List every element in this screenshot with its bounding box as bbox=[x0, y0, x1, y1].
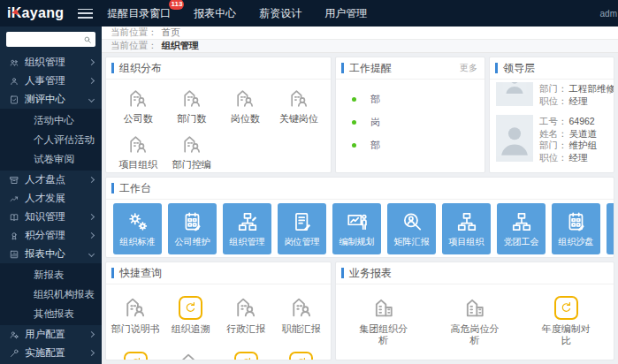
section-accent-bar bbox=[111, 63, 114, 73]
quick-position-development[interactable]: 岗位发展通道 bbox=[218, 349, 274, 360]
chevron-right-icon bbox=[88, 59, 95, 65]
search-icon[interactable] bbox=[83, 35, 92, 44]
sidebar-item-evaluation-center[interactable]: 测评中心 bbox=[0, 90, 102, 109]
tile-clipped[interactable] bbox=[607, 203, 614, 254]
org-stat-project-org[interactable]: 项目组织 bbox=[111, 133, 165, 171]
bullet-dot-icon bbox=[352, 143, 356, 148]
card-leadership: 领导层 部门：工程部维修 职位：经理 工号：64962 bbox=[489, 57, 614, 173]
refresh-icon bbox=[124, 352, 148, 360]
org-stat-key-positions[interactable]: 关键岗位 bbox=[272, 87, 326, 125]
reminder-item[interactable]: 部 bbox=[345, 133, 476, 156]
breadcrumb-value[interactable]: 首页 bbox=[162, 27, 180, 39]
leader-entry[interactable]: 工号：64962 姓名：吴道道 部门：维护组 职位：经理 bbox=[496, 115, 607, 163]
sidebar-subitem-paper-review[interactable]: 试卷审阅 bbox=[0, 149, 102, 169]
chevron-down-icon bbox=[88, 96, 95, 102]
reminder-item[interactable]: 岗 bbox=[345, 110, 476, 133]
quick-position-map[interactable]: 岗位图谱 bbox=[164, 349, 219, 360]
tile-project-org[interactable]: 项目组织 bbox=[442, 203, 491, 254]
quick-admin-report[interactable]: 行政汇报 bbox=[218, 293, 274, 335]
building-icon bbox=[462, 295, 488, 320]
tile-company-maintenance[interactable]: 公司维护 bbox=[168, 203, 217, 254]
tile-matrix-reporting[interactable]: 矩阵汇报 bbox=[387, 203, 436, 254]
field-label: 姓名： bbox=[539, 128, 568, 140]
quick-position-manual[interactable]: 岗位说明书 bbox=[108, 349, 164, 360]
breadcrumb-value[interactable]: 组织管理 bbox=[162, 40, 199, 52]
org-stat-dept-staffing[interactable]: 部门控编 bbox=[165, 133, 219, 171]
orgchart-pencil-icon bbox=[236, 210, 259, 233]
app-logo[interactable]: iKayang bbox=[0, 5, 69, 21]
sidebar-item-report-center[interactable]: 报表中心 bbox=[0, 245, 102, 263]
tile-position-management[interactable]: 岗位管理 bbox=[278, 203, 326, 254]
sidebar-item-knowledge-management[interactable]: 知识管理 bbox=[0, 208, 102, 226]
nav-label: 提醒目录窗口 bbox=[107, 7, 171, 19]
nav-item-user-management[interactable]: 用户管理 bbox=[324, 6, 367, 21]
sidebar-item-talent-inventory[interactable]: 人才盘点 bbox=[0, 171, 102, 189]
topbar: iKayang 提醒目录窗口 113 报表中心 薪资设计 用户管理 adm bbox=[0, 0, 618, 27]
tile-label: 编制规划 bbox=[340, 236, 375, 248]
nav-item-reminder-directory[interactable]: 提醒目录窗口 113 bbox=[107, 6, 171, 21]
quick-position-competency[interactable]: 岗位能力模型 bbox=[274, 349, 330, 360]
sidebar-item-label: 人事管理 bbox=[25, 74, 65, 87]
reminder-text: 岗 bbox=[370, 116, 380, 129]
sidebar-subitem-other-report[interactable]: 其他报表 bbox=[0, 304, 102, 323]
clipboard-pencil-icon bbox=[181, 210, 204, 233]
nav-item-salary-design[interactable]: 薪资设计 bbox=[259, 6, 301, 21]
sidebar-subitem-activity-center[interactable]: 活动中心 bbox=[0, 110, 102, 130]
building-person-icon bbox=[233, 295, 259, 320]
org-stat-department-count[interactable]: 部门数 bbox=[165, 87, 219, 125]
tile-org-standard[interactable]: 组织标准 bbox=[113, 203, 162, 254]
section-accent-bar bbox=[341, 268, 344, 278]
tile-label: 组织沙盘 bbox=[559, 236, 594, 248]
sidebar-search[interactable] bbox=[6, 32, 95, 47]
reminder-item[interactable]: 部 bbox=[345, 87, 476, 110]
sidebar-item-label: 人才发展 bbox=[25, 192, 65, 205]
tile-staffing-planning[interactable]: 编制规划 bbox=[332, 203, 381, 254]
nav-item-report-center[interactable]: 报表中心 bbox=[194, 6, 236, 21]
quick-org-trace[interactable]: 组织追溯 bbox=[164, 293, 219, 335]
report-high-risk-positions[interactable]: 高危岗位分析 bbox=[429, 293, 520, 346]
building-person-icon bbox=[232, 87, 258, 110]
sidebar-item-label: 人才盘点 bbox=[25, 173, 65, 186]
stat-label: 公司数 bbox=[124, 112, 153, 125]
more-link[interactable]: 更多 bbox=[460, 62, 477, 74]
people-icon bbox=[9, 57, 19, 68]
sidebar-item-label: 积分管理 bbox=[25, 229, 65, 242]
tile-party-union[interactable]: 党团工会 bbox=[497, 203, 546, 254]
sidebar-item-points-management[interactable]: 积分管理 bbox=[0, 226, 102, 245]
sidebar-item-implementation-config[interactable]: 实施配置 bbox=[0, 344, 102, 362]
tile-label: 岗位管理 bbox=[285, 236, 320, 248]
tile-org-management[interactable]: 组织管理 bbox=[223, 203, 271, 254]
sidebar-subitem-org-structure-report[interactable]: 组织机构报表 bbox=[0, 284, 102, 304]
section-title: 工作台 bbox=[119, 181, 151, 196]
sidebar-item-user-config[interactable]: 用户配置 bbox=[0, 325, 102, 344]
chevron-right-icon bbox=[88, 177, 95, 183]
building-person-icon bbox=[125, 133, 151, 155]
current-user[interactable]: adm bbox=[600, 9, 618, 19]
report-group-org-analysis[interactable]: 集团组织分析 bbox=[338, 293, 429, 346]
section-title: 组织分布 bbox=[119, 61, 162, 76]
card-quick-query: 快捷查询 部门说明书 组织追溯 行政汇报 职能汇报 岗位说明书 岗位图谱 岗位发… bbox=[105, 262, 332, 360]
reminder-list: 部 岗 部 bbox=[336, 80, 484, 164]
sidebar-item-talent-development[interactable]: 人才发展 bbox=[0, 189, 102, 208]
sidebar-item-hr-management[interactable]: 人事管理 bbox=[0, 72, 102, 90]
building-icon bbox=[370, 295, 397, 320]
section-accent-bar bbox=[495, 63, 498, 73]
quick-function-report[interactable]: 职能汇报 bbox=[274, 293, 330, 335]
building-person-icon bbox=[178, 351, 204, 360]
tile-label: 矩阵汇报 bbox=[394, 236, 430, 248]
chevron-right-icon bbox=[88, 78, 95, 84]
leader-entry[interactable]: 部门：工程部维修 职位：经理 bbox=[496, 82, 607, 107]
org-stat-company-count[interactable]: 公司数 bbox=[111, 87, 165, 125]
tile-org-sandbox[interactable]: 组织沙盘 bbox=[552, 203, 600, 254]
report-annual-staffing-compare[interactable]: 年度编制对比 bbox=[521, 293, 612, 346]
search-person-icon bbox=[401, 210, 423, 233]
org-stat-position-count[interactable]: 岗位数 bbox=[218, 87, 272, 125]
quick-dept-manual[interactable]: 部门说明书 bbox=[108, 293, 164, 335]
search-input[interactable] bbox=[10, 34, 83, 44]
field-value: 64962 bbox=[569, 116, 595, 128]
sidebar-subitem-personal-evaluation[interactable]: 个人评估活动 bbox=[0, 130, 102, 149]
menu-toggle-icon[interactable] bbox=[78, 9, 93, 19]
sidebar-subitem-new-report[interactable]: 新报表 bbox=[0, 265, 102, 284]
sidebar-item-org-management[interactable]: 组织管理 bbox=[0, 53, 102, 72]
tile-label: 党团工会 bbox=[504, 236, 539, 248]
